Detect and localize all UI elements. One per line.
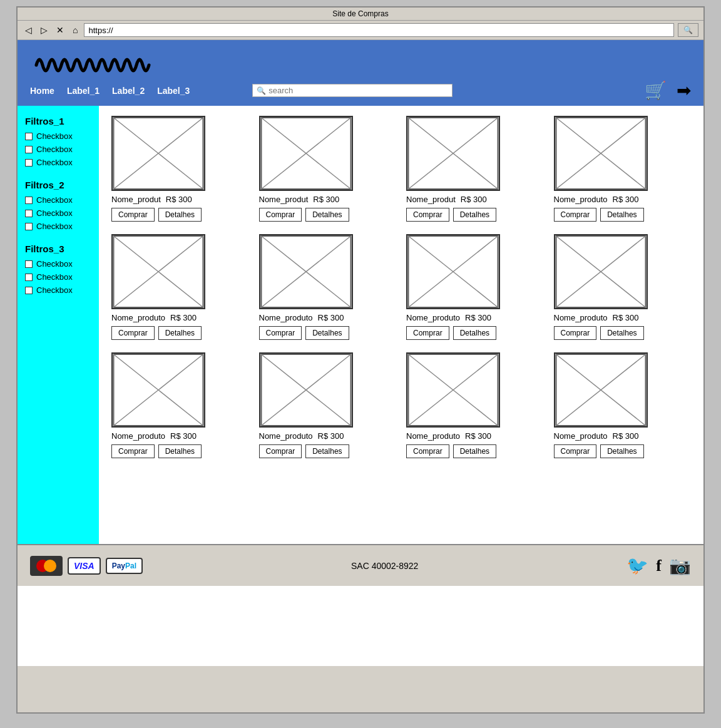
filter-item-2-1: Checkbox — [25, 195, 91, 205]
details-button[interactable]: Detalhes — [453, 326, 496, 340]
product-placeholder-svg — [260, 235, 352, 308]
buy-button[interactable]: Comprar — [111, 326, 155, 340]
product-info: Nome_produt R$ 300 — [111, 195, 192, 204]
sac-text: SAC 40002-8922 — [351, 561, 418, 571]
filter-group-2: Filtros_2 Checkbox Checkbox Checkbox — [25, 180, 91, 231]
checkbox-label-3-1: Checkbox — [36, 259, 73, 269]
buy-button[interactable]: Comprar — [111, 444, 155, 458]
filter-group-3: Filtros_3 Checkbox Checkbox Checkbox — [25, 244, 91, 295]
details-button[interactable]: Detalhes — [453, 444, 496, 458]
details-button[interactable]: Detalhes — [158, 444, 202, 458]
details-button[interactable]: Detalhes — [158, 326, 202, 340]
checkbox-1-2[interactable] — [25, 146, 33, 153]
nav-home[interactable]: Home — [30, 86, 54, 96]
product-actions: Comprar Detalhes — [554, 326, 644, 340]
product-image — [554, 116, 648, 191]
product-card: Nome_produto R$ 300 Comprar Detalhes — [554, 116, 692, 222]
details-button[interactable]: Detalhes — [600, 326, 643, 340]
filter-item-3-2: Checkbox — [25, 272, 91, 282]
address-bar[interactable] — [84, 23, 674, 37]
product-actions: Comprar Detalhes — [259, 444, 349, 458]
filter-item-3-3: Checkbox — [25, 285, 91, 295]
product-placeholder-svg — [260, 117, 352, 190]
filter-item-2-2: Checkbox — [25, 208, 91, 218]
checkbox-3-3[interactable] — [25, 287, 33, 294]
buy-button[interactable]: Comprar — [259, 444, 302, 458]
mastercard-badge — [30, 556, 63, 576]
buy-button[interactable]: Comprar — [554, 208, 597, 222]
checkbox-1-1[interactable] — [25, 133, 33, 140]
stop-button[interactable]: ✕ — [54, 24, 66, 36]
checkbox-2-3[interactable] — [25, 223, 33, 230]
details-button[interactable]: Detalhes — [453, 208, 496, 222]
product-price: R$ 300 — [465, 431, 491, 441]
browser-titlebar: Site de Compras — [18, 8, 703, 21]
details-button[interactable]: Detalhes — [158, 208, 202, 222]
paypal-badge: PayPal — [106, 558, 143, 574]
product-name: Nome_produto — [111, 431, 165, 441]
search-input[interactable] — [268, 86, 448, 95]
nav-label2[interactable]: Label_2 — [112, 86, 145, 96]
nav-label3[interactable]: Label_3 — [157, 86, 190, 96]
facebook-icon[interactable]: f — [656, 556, 662, 575]
filter-item-3-1: Checkbox — [25, 259, 91, 269]
details-button[interactable]: Detalhes — [600, 208, 643, 222]
product-actions: Comprar Detalhes — [111, 444, 202, 458]
checkbox-3-2[interactable] — [25, 274, 33, 281]
details-button[interactable]: Detalhes — [305, 444, 349, 458]
product-price: R$ 300 — [166, 195, 192, 204]
product-card: Nome_produto R$ 300 Comprar Detalhes — [406, 234, 544, 340]
instagram-icon[interactable]: 📷 — [669, 555, 691, 576]
product-actions: Comprar Detalhes — [406, 326, 496, 340]
buy-button[interactable]: Comprar — [406, 326, 449, 340]
product-price: R$ 300 — [313, 195, 339, 204]
checkbox-label-3-3: Checkbox — [36, 285, 73, 295]
twitter-icon[interactable]: 🐦 — [626, 555, 648, 576]
product-name: Nome_produto — [406, 313, 460, 322]
buy-button[interactable]: Comprar — [406, 208, 449, 222]
product-placeholder-svg — [113, 354, 204, 426]
site-footer: VISA PayPal SAC 40002-8922 🐦 f 📷 — [18, 544, 703, 586]
product-price: R$ 300 — [613, 313, 639, 322]
checkbox-3-1[interactable] — [25, 260, 33, 268]
details-button[interactable]: Detalhes — [305, 326, 349, 340]
browser-toolbar: ◁ ▷ ✕ ⌂ 🔍 — [18, 21, 703, 40]
product-placeholder-svg — [555, 117, 647, 190]
go-button[interactable]: 🔍 — [678, 23, 698, 37]
nav-links: Home Label_1 Label_2 Label_3 — [30, 86, 190, 96]
product-image — [554, 352, 648, 428]
details-button[interactable]: Detalhes — [305, 208, 349, 222]
product-actions: Comprar Detalhes — [111, 326, 202, 340]
sidebar: Filtros_1 Checkbox Checkbox Checkbox — [18, 106, 99, 544]
product-name: Nome_produt — [406, 195, 456, 204]
product-price: R$ 300 — [465, 313, 491, 322]
product-info: Nome_produto R$ 300 — [259, 313, 344, 322]
buy-button[interactable]: Comprar — [111, 208, 155, 222]
product-name: Nome_produto — [554, 313, 608, 322]
checkbox-1-3[interactable] — [25, 159, 33, 167]
home-button[interactable]: ⌂ — [70, 24, 80, 36]
product-image — [406, 116, 500, 191]
product-price: R$ 300 — [318, 431, 344, 441]
buy-button[interactable]: Comprar — [259, 326, 302, 340]
checkbox-2-2[interactable] — [25, 210, 33, 217]
cart-icon[interactable]: 🛒 — [645, 80, 667, 101]
login-icon[interactable]: ➡ — [677, 80, 691, 101]
back-button[interactable]: ◁ — [23, 24, 34, 36]
buy-button[interactable]: Comprar — [554, 326, 597, 340]
buy-button[interactable]: Comprar — [554, 444, 597, 458]
mastercard-icon — [36, 560, 56, 572]
buy-button[interactable]: Comprar — [406, 444, 449, 458]
product-card: Nome_produt R$ 300 Comprar Detalhes — [111, 116, 249, 222]
details-button[interactable]: Detalhes — [600, 444, 643, 458]
forward-button[interactable]: ▷ — [38, 24, 50, 36]
product-price: R$ 300 — [613, 195, 639, 204]
buy-button[interactable]: Comprar — [259, 208, 302, 222]
product-name: Nome_produt — [259, 195, 309, 204]
filter-item-1-3: Checkbox — [25, 158, 91, 167]
checkbox-2-1[interactable] — [25, 197, 33, 204]
nav-label1[interactable]: Label_1 — [67, 86, 100, 96]
product-actions: Comprar Detalhes — [554, 444, 644, 458]
product-image — [111, 352, 205, 428]
product-image — [259, 234, 353, 309]
